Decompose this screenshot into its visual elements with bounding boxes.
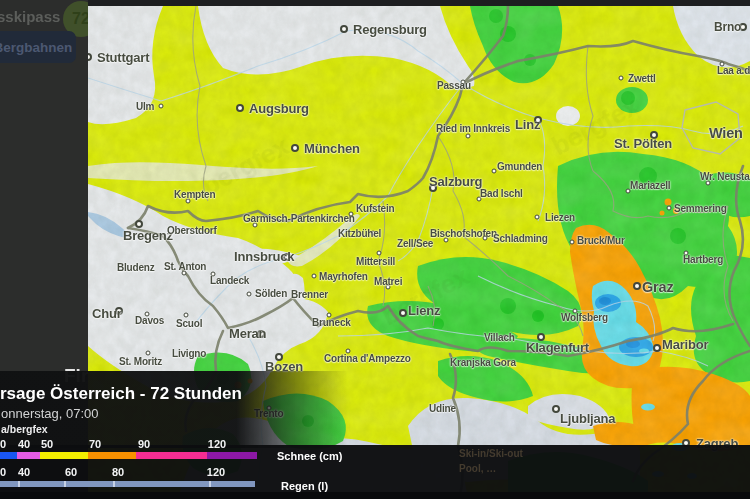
city-label: St. Pölten	[614, 136, 672, 151]
scale-tick: 0	[0, 438, 6, 450]
city-label: Linz	[515, 117, 540, 132]
city-label: Innsbruck	[234, 249, 294, 264]
city-label: Augsburg	[249, 101, 309, 116]
scale-tick: 60	[65, 466, 77, 478]
rain-scale-mark	[113, 481, 115, 487]
city-label: Oberstdorf	[167, 225, 217, 236]
forecast-credit: a/bergfex	[1, 423, 48, 435]
city-label: Laa a.d. Thaya	[717, 65, 750, 76]
city-label: Meran	[229, 326, 266, 341]
city-label: Ried im Innkreis	[436, 123, 510, 134]
city-label: Livigno	[172, 348, 206, 359]
scale-tick: 50	[41, 438, 53, 450]
city-label: Ljubljana	[560, 411, 615, 426]
city-marker	[619, 76, 624, 81]
city-label: Zell/See	[397, 238, 433, 249]
scale-tick: 70	[89, 438, 101, 450]
city-label: Mayrhofen	[319, 271, 368, 282]
city-marker	[570, 240, 575, 245]
city-label: Kempten	[174, 189, 215, 200]
city-label: Klagenfurt	[526, 340, 589, 355]
bergbahnen-button[interactable]: Bergbahnen	[0, 31, 76, 63]
city-label: Bad Ischl	[480, 188, 523, 199]
scale-tick: 40	[18, 466, 30, 478]
city-label: Matrei	[374, 276, 402, 287]
city-label: Kitzbühel	[338, 228, 381, 239]
city-label: München	[304, 141, 360, 156]
rain-scale-label: Regen (l)	[281, 480, 328, 492]
snow-scale-segment	[88, 452, 136, 459]
bergbahnen-button-label: Bergbahnen	[0, 40, 72, 55]
city-marker	[349, 212, 354, 217]
city-label: Liezen	[545, 212, 575, 223]
forecast-valid-time: onnerstag, 07:00	[1, 406, 99, 421]
city-marker	[159, 104, 164, 109]
city-label: Stuttgart	[97, 50, 149, 65]
forecast-title: rsage Österreich - 72 Stunden	[0, 384, 242, 404]
city-label: Mittersill	[356, 256, 395, 267]
city-label: Graz	[642, 279, 673, 295]
city-label: Wien	[709, 125, 743, 141]
city-label: St. Anton	[164, 261, 206, 272]
city-marker	[535, 215, 540, 220]
city-marker	[667, 206, 672, 211]
map-top-edge	[88, 0, 750, 6]
scale-tick: 0	[0, 466, 6, 478]
city-label: St. Moritz	[119, 356, 162, 367]
city-label: Scuol	[176, 318, 202, 329]
city-label: Kufstein	[356, 203, 394, 214]
city-marker	[399, 309, 407, 317]
city-label: Brenner	[291, 289, 328, 300]
city-label: Davos	[135, 315, 164, 326]
city-marker	[552, 405, 560, 413]
background-text-fragment: Ski-in/Ski-out	[459, 448, 523, 459]
city-marker	[340, 25, 348, 33]
background-text-fragment: Pool, …	[459, 463, 496, 474]
snow-scale-label: Schnee (cm)	[277, 450, 342, 462]
city-marker	[236, 104, 244, 112]
rain-scale-mark	[18, 481, 20, 487]
scale-tick: 120	[207, 466, 225, 478]
city-label: Bruneck	[312, 317, 351, 328]
city-marker	[247, 292, 252, 297]
city-marker	[492, 169, 497, 174]
city-marker	[291, 144, 299, 152]
rain-scale-bar	[0, 481, 255, 487]
city-label: Gmunden	[497, 161, 542, 172]
rain-scale-mark	[209, 481, 211, 487]
city-marker	[483, 236, 488, 241]
city-marker	[466, 134, 471, 139]
city-label: Semmering	[674, 203, 727, 214]
scale-tick: 90	[138, 438, 150, 450]
city-label: Bruck/Mur	[577, 235, 625, 246]
city-label: Mariazell	[630, 180, 670, 191]
city-label: Schladming	[493, 233, 548, 244]
footer-strip	[0, 492, 750, 499]
city-label: Udine	[429, 403, 456, 414]
snow-scale-segment	[136, 452, 207, 459]
city-label: Chur	[92, 306, 122, 321]
city-label: Salzburg	[429, 174, 482, 189]
city-label: Bregenz	[123, 228, 173, 243]
scale-tick: 80	[112, 466, 124, 478]
rain-scale-mark	[64, 481, 66, 487]
city-label: Villach	[484, 332, 515, 343]
city-label: Passau	[437, 80, 471, 91]
snow-scale-bar	[0, 452, 257, 459]
snow-scale-segment	[40, 452, 88, 459]
city-label: Wr. Neustadt	[700, 171, 750, 182]
city-marker	[312, 274, 317, 279]
scale-tick: 40	[18, 438, 30, 450]
city-label: Sölden	[255, 288, 287, 299]
city-label: Ulm	[136, 101, 154, 112]
city-marker	[653, 344, 661, 352]
snow-scale-segment	[0, 452, 17, 459]
city-label: Bludenz	[117, 262, 155, 273]
city-label: Garmisch-Partenkirchen	[243, 213, 355, 224]
scale-tick: 120	[208, 438, 226, 450]
city-label: Wolfsberg	[561, 312, 608, 323]
weather-forecast-overlay: { "sidebar": { "headline_fragment": "ssk…	[0, 0, 750, 499]
city-label: Zwettl	[628, 73, 656, 84]
city-label: Kranjska Gora	[450, 357, 516, 368]
city-label: Brno	[714, 20, 741, 34]
